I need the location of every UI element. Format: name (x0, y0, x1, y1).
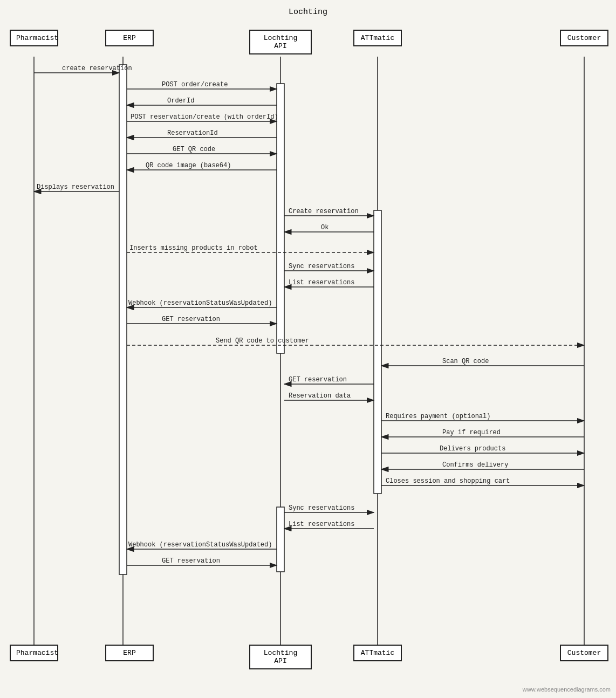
svg-text:QR code image (base64): QR code image (base64) (146, 162, 231, 169)
svg-text:GET reservation: GET reservation (162, 557, 220, 565)
actor-lochting-top: Lochting API (249, 30, 312, 54)
svg-text:ReservationId: ReservationId (167, 129, 218, 137)
actor-lochting-bottom: Lochting API (249, 645, 312, 669)
svg-text:Delivers products: Delivers products (440, 445, 505, 453)
svg-text:create reservation: create reservation (62, 65, 132, 72)
actor-attmatic-top: ATTmatic (353, 30, 402, 46)
actor-erp-bottom: ERP (105, 645, 154, 661)
actor-customer-top: Customer (560, 30, 608, 46)
svg-text:Webhook (reservationStatusWasU: Webhook (reservationStatusWasUpdated) (128, 299, 272, 307)
svg-text:GET reservation: GET reservation (162, 316, 220, 323)
actor-pharmacist-top: Pharmacist (10, 30, 58, 46)
actor-attmatic-bottom: ATTmatic (353, 645, 402, 661)
svg-text:GET QR code: GET QR code (173, 146, 215, 153)
svg-text:Confirms delivery: Confirms delivery (442, 461, 508, 469)
actor-pharmacist-bottom: Pharmacist (10, 645, 58, 661)
svg-rect-5 (119, 65, 127, 574)
svg-text:Pay if required: Pay if required (442, 429, 501, 436)
svg-text:Reservation data: Reservation data (289, 392, 351, 400)
svg-text:GET reservation: GET reservation (289, 376, 347, 384)
svg-text:OrderId: OrderId (167, 97, 194, 105)
svg-text:Inserts missing products in ro: Inserts missing products in robot (129, 244, 258, 252)
svg-text:Send QR code to customer: Send QR code to customer (216, 337, 309, 345)
svg-rect-8 (277, 507, 284, 572)
diagram-title: Lochting (289, 8, 327, 17)
diagram: Lochting create reservation POST order/c… (0, 0, 616, 698)
svg-text:Scan QR code: Scan QR code (442, 358, 489, 365)
svg-text:Requires payment (optional): Requires payment (optional) (386, 413, 490, 420)
svg-text:Sync reservations: Sync reservations (289, 263, 354, 270)
actor-erp-top: ERP (105, 30, 154, 46)
watermark: www.websequencediagrams.com (523, 686, 611, 693)
svg-text:Displays reservation: Displays reservation (37, 183, 114, 191)
svg-text:Create reservation: Create reservation (289, 208, 359, 215)
svg-text:List reservations: List reservations (289, 279, 354, 286)
svg-text:List reservations: List reservations (289, 521, 354, 528)
svg-text:POST order/create: POST order/create (162, 81, 228, 88)
svg-rect-7 (374, 210, 381, 494)
svg-text:Webhook (reservationStatusWasU: Webhook (reservationStatusWasUpdated) (128, 541, 272, 549)
svg-text:Closes session and shopping ca: Closes session and shopping cart (386, 477, 510, 485)
svg-text:Sync reservations: Sync reservations (289, 504, 354, 512)
actor-customer-bottom: Customer (560, 645, 608, 661)
sequence-diagram-svg: create reservation POST order/create Ord… (0, 0, 616, 698)
svg-rect-6 (277, 84, 284, 353)
svg-text:POST reservation/create (with : POST reservation/create (with orderId) (131, 113, 278, 121)
svg-text:Ok: Ok (321, 224, 328, 231)
